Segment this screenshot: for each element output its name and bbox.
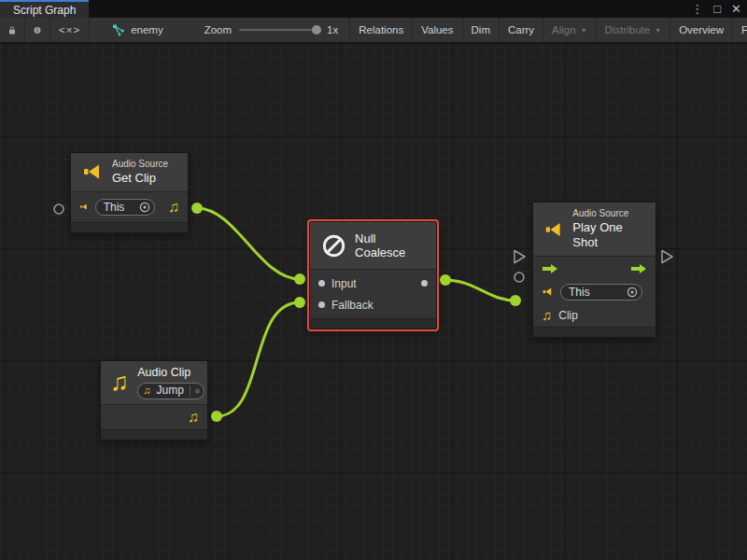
- node-null-coalesce-header[interactable]: Null Coalesce: [310, 222, 436, 270]
- node-play-one-shot[interactable]: Audio Source Play One Shot T: [532, 202, 656, 338]
- graph-icon: [112, 24, 125, 36]
- unconnected-port-getclip-this[interactable]: [54, 204, 63, 214]
- input-port-icon[interactable]: [318, 280, 325, 287]
- tab-bar: Script Graph ⋮ □ ✕: [0, 0, 747, 18]
- menu-kebab-icon[interactable]: ⋮: [691, 1, 703, 17]
- code-preview-button[interactable]: <×>: [50, 18, 90, 42]
- connected-port-getclip-out[interactable]: [191, 203, 203, 214]
- chevron-down-icon: ▼: [655, 27, 661, 34]
- fallback-port-row[interactable]: Fallback: [310, 294, 436, 315]
- unconnected-port-playoneshot-this[interactable]: [514, 273, 524, 282]
- connected-port-null-input[interactable]: [294, 273, 305, 285]
- distribute-button[interactable]: Distribute ▼: [597, 18, 671, 42]
- node-audio-clip-header[interactable]: ♫ Audio Clip ♫ Jump: [101, 361, 207, 405]
- object-picker-icon[interactable]: [627, 287, 638, 298]
- audio-clip-object-field[interactable]: ♫ Jump: [137, 383, 204, 399]
- lock-button[interactable]: [0, 18, 25, 42]
- clip-port-row[interactable]: ♫ Clip: [533, 303, 655, 327]
- toolbar: <×> enemy Zoom 1x Relations Values Dim C…: [0, 18, 747, 43]
- full-screen-button[interactable]: Full Screen: [733, 18, 747, 42]
- toolbar-right-group: Relations Values Dim Carry Align ▼ Distr…: [350, 18, 747, 42]
- music-note-mini-icon: ♫: [143, 385, 150, 396]
- connected-port-null-fallback[interactable]: [294, 297, 305, 308]
- flow-in-arrow-icon[interactable]: [542, 263, 558, 274]
- audio-clip-port-icon[interactable]: ♫: [188, 410, 199, 425]
- wire-getclip-to-input[interactable]: [197, 208, 300, 279]
- chevron-down-icon: ▼: [581, 27, 587, 34]
- connected-port-playoneshot-clip[interactable]: [510, 295, 521, 306]
- audio-clip-port-icon[interactable]: ♫: [168, 200, 179, 215]
- node-title: Null Coalesce: [355, 231, 425, 259]
- tab-title: Script Graph: [13, 4, 76, 17]
- fallback-port-icon[interactable]: [318, 301, 325, 308]
- object-picker-icon[interactable]: [195, 385, 200, 397]
- flow-port-row[interactable]: [533, 257, 655, 280]
- window-controls: ⋮ □ ✕: [691, 1, 741, 17]
- node-audio-clip[interactable]: ♫ Audio Clip ♫ Jump ♫: [100, 360, 208, 441]
- graph-breadcrumb[interactable]: enemy: [103, 18, 173, 42]
- info-icon: [34, 24, 41, 36]
- node-category: Audio Source: [572, 208, 645, 220]
- input-port-row[interactable]: Input: [310, 273, 436, 294]
- zoom-control: Zoom 1x: [204, 18, 351, 42]
- node-get-clip-header[interactable]: Audio Source Get Clip: [71, 153, 188, 192]
- unconnected-flow-in-port[interactable]: [514, 251, 525, 263]
- object-picker-icon[interactable]: [139, 202, 150, 213]
- unconnected-flow-out-port[interactable]: [662, 251, 672, 263]
- maximize-icon[interactable]: □: [713, 1, 721, 17]
- tab-script-graph[interactable]: Script Graph: [0, 0, 89, 18]
- node-play-one-shot-header[interactable]: Audio Source Play One Shot: [533, 203, 655, 257]
- this-target-field[interactable]: This: [95, 199, 155, 216]
- null-coalesce-icon: [321, 232, 346, 259]
- info-button[interactable]: [25, 18, 50, 42]
- connected-port-audioclip-out[interactable]: [211, 411, 222, 422]
- carry-button[interactable]: Carry: [500, 18, 543, 42]
- lock-icon: [8, 24, 16, 36]
- node-footer: [310, 318, 436, 329]
- node-footer: [101, 429, 207, 440]
- zoom-label: Zoom: [204, 24, 232, 35]
- result-port-icon[interactable]: [421, 280, 428, 287]
- audio-clip-port-icon[interactable]: ♫: [542, 308, 552, 322]
- node-get-clip[interactable]: Audio Source Get Clip This ♫: [70, 152, 189, 233]
- this-port-row[interactable]: This: [533, 280, 655, 303]
- audio-clip-icon: ♫: [110, 370, 129, 395]
- node-category: Audio Source: [112, 159, 168, 171]
- align-button[interactable]: Align ▼: [543, 18, 597, 42]
- wire-audioclip-to-fallback[interactable]: [217, 302, 300, 416]
- overview-button[interactable]: Overview: [670, 18, 733, 42]
- dim-button[interactable]: Dim: [463, 18, 500, 42]
- audio-source-icon: [81, 161, 104, 183]
- this-target-field[interactable]: This: [560, 284, 642, 301]
- graph-name: enemy: [131, 24, 163, 35]
- node-title: Audio Clip: [137, 366, 204, 381]
- audio-source-mini-icon: [542, 286, 554, 298]
- node-footer: [533, 327, 655, 337]
- output-port-row[interactable]: ♫: [101, 405, 207, 429]
- zoom-slider-handle[interactable]: [312, 25, 321, 35]
- node-footer: [71, 222, 188, 232]
- close-icon[interactable]: ✕: [731, 1, 741, 17]
- flow-out-arrow-icon[interactable]: [630, 263, 647, 274]
- zoom-value: 1x: [327, 24, 338, 35]
- graph-canvas[interactable]: Audio Source Get Clip This ♫: [0, 44, 747, 560]
- audio-source-icon: [543, 218, 564, 241]
- values-button[interactable]: Values: [413, 18, 462, 42]
- wire-null-to-clip[interactable]: [445, 280, 515, 301]
- audio-source-mini-icon: [79, 201, 89, 213]
- node-null-coalesce[interactable]: Null Coalesce Input Fallback: [309, 221, 437, 329]
- node-title: Get Clip: [112, 171, 168, 186]
- node-title: Play One Shot: [572, 220, 645, 251]
- relations-button[interactable]: Relations: [350, 18, 413, 42]
- connected-port-null-out[interactable]: [440, 274, 451, 286]
- zoom-slider[interactable]: [239, 29, 319, 31]
